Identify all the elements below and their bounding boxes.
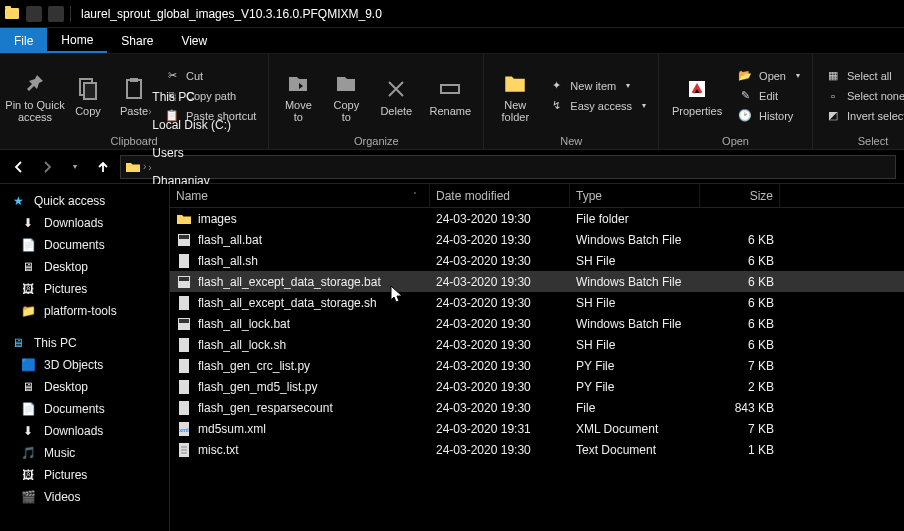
file-icon xyxy=(176,295,192,311)
file-row[interactable]: flash_all_lock.sh24-03-2020 19:30SH File… xyxy=(170,334,904,355)
select-none-button[interactable]: ▫Select none xyxy=(821,87,904,105)
sidebar-item[interactable]: ⬇Downloads xyxy=(0,212,169,234)
nav-recent-button[interactable]: ▾ xyxy=(64,156,86,178)
file-row[interactable]: flash_all_except_data_storage.bat24-03-2… xyxy=(170,271,904,292)
file-date: 24-03-2020 19:30 xyxy=(430,338,570,352)
window-title: laurel_sprout_global_images_V10.3.16.0.P… xyxy=(81,7,382,21)
sidebar-item-icon: 🖥 xyxy=(20,379,36,395)
svg-rect-3 xyxy=(130,78,138,82)
nav-up-button[interactable] xyxy=(92,156,114,178)
file-type: File xyxy=(570,401,700,415)
group-label-open: Open xyxy=(667,133,804,147)
svg-rect-8 xyxy=(179,254,189,268)
sidebar-item[interactable]: 🟦3D Objects xyxy=(0,354,169,376)
file-row[interactable]: misc.txt24-03-2020 19:30Text Document1 K… xyxy=(170,439,904,460)
open-button[interactable]: 📂Open▾ xyxy=(733,67,804,85)
file-size: 6 KB xyxy=(700,275,780,289)
file-icon xyxy=(176,232,192,248)
edit-button[interactable]: ✎Edit xyxy=(733,87,804,105)
select-none-icon: ▫ xyxy=(825,88,841,104)
sort-indicator-icon: ˄ xyxy=(413,191,417,200)
address-bar[interactable]: › This PC›Local Disk (C:)›Users›Dhananja… xyxy=(120,155,896,179)
sidebar-item[interactable]: 📄Documents xyxy=(0,398,169,420)
file-type: File folder xyxy=(570,212,700,226)
file-row[interactable]: flash_gen_resparsecount24-03-2020 19:30F… xyxy=(170,397,904,418)
file-row[interactable]: flash_all.bat24-03-2020 19:30Windows Bat… xyxy=(170,229,904,250)
sidebar-this-pc[interactable]: 🖥 This PC xyxy=(0,332,169,354)
qat-icon-2[interactable] xyxy=(48,6,64,22)
sidebar-item[interactable]: 🖼Pictures xyxy=(0,278,169,300)
sidebar-item-label: Downloads xyxy=(44,424,103,438)
sidebar-quick-access[interactable]: ★ Quick access xyxy=(0,190,169,212)
tab-file[interactable]: File xyxy=(0,28,47,53)
ribbon-group-select: ▦Select all ▫Select none ◩Invert selecti… xyxy=(813,54,904,149)
history-button[interactable]: 🕑History xyxy=(733,107,804,125)
cut-icon: ✂ xyxy=(164,68,180,84)
paste-icon xyxy=(120,75,148,103)
chevron-right-icon: › xyxy=(148,134,151,145)
sidebar-item-icon: 🎵 xyxy=(20,445,36,461)
file-icon xyxy=(176,316,192,332)
cut-button[interactable]: ✂Cut xyxy=(160,67,260,85)
sidebar-item[interactable]: 🖥Desktop xyxy=(0,376,169,398)
select-all-button[interactable]: ▦Select all xyxy=(821,67,904,85)
new-item-icon: ✦ xyxy=(548,78,564,94)
select-all-icon: ▦ xyxy=(825,68,841,84)
column-headers: Name˄ Date modified Type Size xyxy=(170,184,904,208)
col-date[interactable]: Date modified xyxy=(430,184,570,207)
file-date: 24-03-2020 19:30 xyxy=(430,254,570,268)
file-row[interactable]: flash_all.sh24-03-2020 19:30SH File6 KB xyxy=(170,250,904,271)
sidebar-item[interactable]: 🎵Music xyxy=(0,442,169,464)
ribbon-group-open: Properties 📂Open▾ ✎Edit 🕑History Open xyxy=(659,54,813,149)
breadcrumb-item[interactable]: Local Disk (C:) xyxy=(148,118,457,132)
invert-selection-button[interactable]: ◩Invert selection xyxy=(821,107,904,125)
sidebar-item[interactable]: 📁platform-tools xyxy=(0,300,169,322)
easy-access-button[interactable]: ↯Easy access▾ xyxy=(544,97,650,115)
copy-button[interactable]: Copy xyxy=(68,58,108,133)
svg-rect-11 xyxy=(179,296,189,310)
file-name: flash_all.bat xyxy=(198,233,262,247)
pin-icon xyxy=(21,69,49,97)
file-row[interactable]: images24-03-2020 19:30File folder xyxy=(170,208,904,229)
new-folder-button[interactable]: New folder xyxy=(492,58,538,133)
sidebar-item[interactable]: 🎬Videos xyxy=(0,486,169,508)
nav-forward-button[interactable] xyxy=(36,156,58,178)
file-row[interactable]: flash_gen_md5_list.py24-03-2020 19:30PY … xyxy=(170,376,904,397)
sidebar-item-label: Desktop xyxy=(44,380,88,394)
col-type[interactable]: Type xyxy=(570,184,700,207)
file-name: md5sum.xml xyxy=(198,422,266,436)
file-icon xyxy=(176,358,192,374)
file-type: Windows Batch File xyxy=(570,233,700,247)
sidebar-item[interactable]: 🖼Pictures xyxy=(0,464,169,486)
file-row[interactable]: flash_all_lock.bat24-03-2020 19:30Window… xyxy=(170,313,904,334)
tab-share[interactable]: Share xyxy=(107,28,167,53)
file-type: SH File xyxy=(570,254,700,268)
qat-icon-1[interactable] xyxy=(26,6,42,22)
sidebar-item-icon: 🟦 xyxy=(20,357,36,373)
file-row[interactable]: flash_all_except_data_storage.sh24-03-20… xyxy=(170,292,904,313)
file-row[interactable]: flash_gen_crc_list.py24-03-2020 19:30PY … xyxy=(170,355,904,376)
sidebar-item-icon: 📁 xyxy=(20,303,36,319)
tab-view[interactable]: View xyxy=(167,28,221,53)
properties-button[interactable]: Properties xyxy=(667,58,727,133)
sidebar-item-label: Downloads xyxy=(44,216,103,230)
sidebar-item-label: Documents xyxy=(44,402,105,416)
sidebar-item[interactable]: 🖥Desktop xyxy=(0,256,169,278)
new-item-button[interactable]: ✦New item▾ xyxy=(544,77,650,95)
file-name: flash_gen_resparsecount xyxy=(198,401,333,415)
pin-to-quick-access-button[interactable]: Pin to Quick access xyxy=(8,58,62,133)
col-name[interactable]: Name˄ xyxy=(170,184,430,207)
file-name: flash_all_except_data_storage.bat xyxy=(198,275,381,289)
sidebar-item[interactable]: 📄Documents xyxy=(0,234,169,256)
edit-icon: ✎ xyxy=(737,88,753,104)
file-row[interactable]: xmlmd5sum.xml24-03-2020 19:31XML Documen… xyxy=(170,418,904,439)
sidebar-item[interactable]: ⬇Downloads xyxy=(0,420,169,442)
nav-back-button[interactable] xyxy=(8,156,30,178)
file-type: XML Document xyxy=(570,422,700,436)
tab-home[interactable]: Home xyxy=(47,28,107,53)
sidebar-item-icon: 🖼 xyxy=(20,281,36,297)
breadcrumb-item[interactable]: Users xyxy=(148,146,457,160)
breadcrumb-item[interactable]: This PC xyxy=(148,90,457,104)
file-size: 6 KB xyxy=(700,296,780,310)
col-size[interactable]: Size xyxy=(700,184,780,207)
